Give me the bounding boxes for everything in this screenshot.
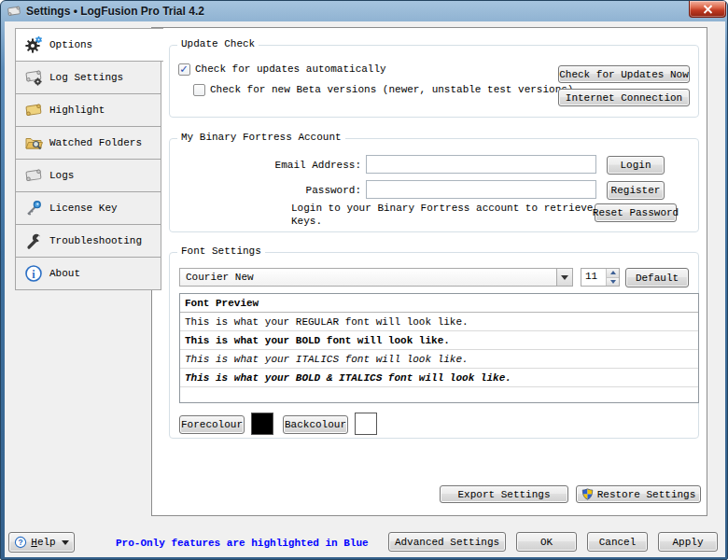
logs-scroll-icon: [24, 166, 43, 185]
beta-update-row: Check for new Beta versions (newer, unst…: [193, 83, 573, 96]
titlebar[interactable]: Settings • LogFusion Pro Trial 4.2: [1, 1, 728, 21]
default-font-button[interactable]: Default: [625, 268, 689, 287]
export-settings-button[interactable]: Export Settings: [440, 485, 568, 503]
key-icon: [24, 199, 43, 217]
restore-settings-label: Restore Settings: [597, 489, 696, 500]
password-field[interactable]: [366, 180, 596, 199]
font-preview-header: Font Preview: [180, 294, 698, 313]
settings-window: Settings • LogFusion Pro Trial 4.2 Optio…: [0, 0, 728, 560]
sidebar-tab-label: Highlight: [49, 105, 105, 116]
update-check-group: Update Check Check for updates automatic…: [169, 45, 699, 118]
beta-update-label: Check for new Beta versions (newer, unst…: [210, 84, 573, 95]
register-button[interactable]: Register: [607, 181, 665, 200]
apply-button[interactable]: Apply: [658, 532, 718, 552]
email-label: Email Address:: [189, 157, 361, 174]
close-button[interactable]: [689, 1, 726, 18]
sidebar-tab-label: About: [49, 268, 80, 279]
sidebar-tab-troubleshooting[interactable]: Troubleshooting: [15, 224, 161, 258]
sidebar-tab-watched-folders[interactable]: Watched Folders: [15, 126, 161, 160]
chevron-down-icon: [62, 540, 69, 545]
sidebar-tab-label: Troubleshooting: [49, 235, 142, 246]
sidebar-tab-logs[interactable]: Logs: [15, 159, 161, 192]
forecolour-swatch: [251, 413, 273, 435]
sidebar-tab-log-settings[interactable]: Log Settings: [15, 61, 161, 94]
check-for-updates-button[interactable]: Check for Updates Now: [558, 65, 690, 83]
gear-icon: [24, 35, 43, 54]
scroll-gear-icon: [24, 68, 43, 87]
ok-button[interactable]: OK: [516, 532, 577, 552]
chevron-down-icon: [561, 275, 568, 280]
auto-update-checkbox[interactable]: [178, 63, 190, 76]
sidebar-tab-license-key[interactable]: License Key: [15, 191, 161, 225]
auto-update-row: Check for updates automatically: [178, 63, 386, 76]
auto-update-label: Check for updates automatically: [195, 63, 386, 75]
font-preview-row-regular: This is what your REGULAR font will look…: [180, 313, 698, 331]
info-icon: i: [24, 264, 43, 283]
font-settings-group: Font Settings Courier New 11 Default Fon…: [169, 252, 699, 439]
help-icon: ?: [14, 536, 27, 549]
svg-text:?: ?: [19, 538, 23, 547]
sidebar-tab-label: Logs: [49, 170, 74, 181]
font-family-value: Courier New: [180, 272, 556, 283]
help-button[interactable]: ? Help: [8, 532, 75, 553]
spin-up-button[interactable]: [607, 269, 619, 278]
group-title: Update Check: [177, 38, 259, 49]
forecolour-button[interactable]: Forecolour: [179, 415, 245, 434]
pro-only-note: Pro-Only features are highlighted in Blu…: [116, 538, 369, 549]
font-preview-row-bold-italics: This is what your BOLD & ITALICS font wi…: [180, 369, 698, 387]
font-preview-list: Font Preview This is what your REGULAR f…: [179, 293, 699, 403]
close-icon: [703, 5, 713, 14]
sidebar-tab-label: Options: [49, 39, 92, 50]
sidebar-tab-label: License Key: [49, 203, 118, 214]
spin-down-button[interactable]: [607, 278, 619, 287]
font-preview-row-bold: This is what your BOLD font will look li…: [180, 331, 698, 350]
login-button[interactable]: Login: [607, 156, 665, 175]
backcolour-button[interactable]: Backcolour: [283, 415, 348, 434]
app-logo-scroll-icon: [7, 4, 21, 19]
sidebar-tab-about[interactable]: i About: [15, 257, 161, 290]
restore-settings-button[interactable]: Restore Settings: [576, 485, 701, 503]
group-title: Font Settings: [177, 245, 265, 257]
folder-search-icon: [24, 133, 43, 152]
font-size-value: 11: [581, 269, 606, 286]
font-family-select[interactable]: Courier New: [179, 268, 573, 287]
window-title: Settings • LogFusion Pro Trial 4.2: [26, 5, 204, 18]
password-label: Password:: [189, 182, 361, 199]
internet-connection-button[interactable]: Internet Connection: [558, 89, 690, 106]
wrench-icon: [24, 231, 43, 250]
cancel-button[interactable]: Cancel: [587, 532, 648, 552]
sidebar-tab-options[interactable]: Options: [15, 28, 163, 62]
sidebar-tab-highlight[interactable]: Highlight: [15, 93, 161, 127]
arrow-up-icon: [610, 271, 616, 274]
help-label: Help: [31, 537, 55, 548]
font-size-stepper[interactable]: 11: [581, 268, 620, 287]
uac-shield-icon: [581, 488, 594, 500]
account-group: My Binary Fortress Account Email Address…: [169, 138, 699, 232]
reset-password-button[interactable]: Reset Password: [595, 203, 677, 222]
sidebar-tab-label: Watched Folders: [49, 137, 142, 148]
font-family-dropdown-button[interactable]: [556, 269, 572, 286]
highlight-scroll-icon: [24, 101, 43, 119]
group-title: My Binary Fortress Account: [177, 132, 345, 143]
email-field[interactable]: [366, 155, 596, 174]
advanced-settings-button[interactable]: Advanced Settings: [388, 532, 506, 552]
arrow-down-icon: [610, 280, 616, 284]
beta-update-checkbox[interactable]: [193, 84, 205, 96]
backcolour-swatch: [355, 413, 377, 435]
font-preview-row-italics: This is what your ITALICS font will look…: [180, 350, 698, 369]
sidebar-tab-label: Log Settings: [49, 72, 123, 83]
